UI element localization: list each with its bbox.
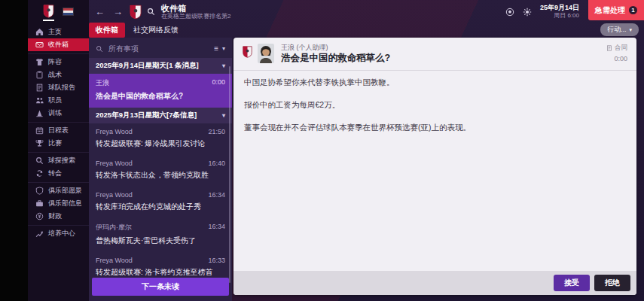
gear-icon[interactable]: [523, 8, 532, 17]
tab-inbox[interactable]: 收件箱: [89, 23, 125, 38]
sidebar-team-switcher: [28, 0, 89, 24]
date-text: 25年9月14日: [540, 4, 579, 12]
message-list-item[interactable]: Freya Wood16:40转发洛卡状态出众，带领约克取胜: [89, 155, 232, 187]
sidebar-item-squad[interactable]: 阵容: [28, 53, 89, 68]
football-icon[interactable]: [505, 8, 514, 17]
actions-dropdown[interactable]: 行动... ▾: [600, 23, 639, 36]
message-time: 16:40: [208, 160, 225, 167]
message-subject: 浩会是中国的救命稻草么?: [281, 53, 606, 65]
shield-icon: [35, 187, 44, 195]
topbar-right: 25年9月14日 周日 6:00: [505, 4, 579, 20]
sidebar-item-label: 日程表: [48, 126, 69, 135]
sidebar-item-training[interactable]: 训练: [28, 107, 89, 120]
next-unread-button[interactable]: 下一条未读: [92, 278, 229, 296]
message-header: 王浪 (个人助理) 浩会是中国的救命稻草么? 合同 0:00: [233, 38, 636, 71]
message-tag-row: 合同: [606, 44, 627, 53]
sidebar-item-club-vision[interactable]: 俱乐部愿景: [28, 182, 89, 197]
sidebar-item-label: 俱乐部信息: [48, 199, 82, 208]
inbox-list-panel: ≡ ▾ 2025年9月14日星期天[1 条消息]▾王浪0:00浩会是中国的救命稻…: [89, 38, 232, 301]
message-group-header[interactable]: 2025年9月14日星期天[1 条消息]▾: [89, 58, 232, 74]
sidebar-item-scouting[interactable]: 球探搜索: [28, 152, 89, 167]
sidebar-item-inbox[interactable]: 收件箱: [28, 38, 89, 51]
inbox-search-row: ≡ ▾: [89, 38, 232, 58]
message-list-item[interactable]: Freya Wood21:50转发超级联赛: 爆冷战果引发讨论: [89, 123, 232, 155]
list-scrollbar[interactable]: [229, 66, 230, 283]
cone-icon: [35, 109, 44, 117]
search-icon[interactable]: [147, 8, 155, 16]
chevron-down-icon[interactable]: ▾: [222, 45, 225, 52]
contract-icon: [606, 45, 612, 51]
filter-list-icon[interactable]: ≡: [214, 44, 218, 53]
page-title: 收件箱: [161, 4, 230, 14]
sidebar-item-label: 球队报告: [48, 84, 75, 92]
sidebar-item-label: 培养中心: [48, 230, 75, 238]
reject-button[interactable]: 拒绝: [594, 275, 630, 291]
message-tag: 合同: [615, 44, 627, 53]
message-sender: 王浪: [96, 78, 109, 88]
club-crest-icon[interactable]: [43, 5, 54, 21]
nation-flag-icon[interactable]: [63, 8, 74, 16]
message-list-item[interactable]: 王浪0:00浩会是中国的救命稻草么?: [89, 74, 232, 108]
club-crest-icon[interactable]: [130, 5, 142, 20]
sidebar-item-label: 比赛: [48, 139, 62, 147]
club-crest-icon: [243, 44, 252, 58]
sender-avatar[interactable]: [258, 44, 274, 63]
message-row-meta: 伊玛内·摩尔16:34: [96, 223, 225, 233]
message-sender: 王浪 (个人助理): [281, 44, 606, 52]
message-time: 16:34: [208, 223, 225, 233]
message-sender: Freya Wood: [96, 257, 133, 264]
message-row-meta: Freya Wood16:34: [96, 191, 225, 199]
message-paragraph: 董事会现在并不会评估球队本赛季在世界杯预选赛(亚)上的表现。: [244, 122, 626, 133]
sidebar-item-dev-centre[interactable]: 培养中心: [28, 225, 89, 240]
message-group-header[interactable]: 2025年9月13日星期六[7条信息]▾: [89, 108, 232, 123]
message-subject: 浩会是中国的救命稻草么?: [96, 91, 225, 102]
forward-button[interactable]: →: [111, 7, 124, 17]
tabs: 收件箱社交网络反馈: [89, 23, 185, 38]
message-list-item[interactable]: 伊玛内·摩尔16:34普热梅斯瓦夫·雷巴科夫受伤了: [89, 218, 232, 252]
day-time-text: 周日 6:00: [540, 12, 579, 20]
sidebar-item-label: 训练: [48, 109, 62, 117]
message-subject: 普热梅斯瓦夫·雷巴科夫受伤了: [96, 236, 225, 246]
message-sender: Freya Wood: [96, 191, 133, 199]
group-header-label: 2025年9月14日星期天[1 条消息]: [96, 61, 199, 71]
message-list-item[interactable]: Freya Wood16:34转发库珀完成在约克城的处子秀: [89, 187, 232, 218]
message-sender: Freya Wood: [96, 128, 133, 135]
main-area: ← → 收件箱 在英格兰超级联赛排名第2 25年9月14日 周日 6:00 急需…: [89, 0, 644, 301]
trophy-icon: [35, 139, 44, 147]
actions-label: 行动...: [607, 25, 627, 35]
sidebar-item-finances[interactable]: 财政: [28, 210, 89, 223]
sidebar-item-staff[interactable]: 职员: [28, 94, 89, 107]
clipboard-icon: [35, 71, 44, 79]
message-list-item[interactable]: Freya Wood16:33转发超级联赛: 洛卡将约克推至榜首: [89, 252, 232, 275]
message-time: 21:50: [208, 128, 225, 135]
sidebar-item-team-report[interactable]: 球队报告: [28, 81, 89, 94]
message-body: 中国足协希望你来代替李铁执掌中国教鞭。报价中的工资为每周€2万。董事会现在并不会…: [233, 71, 636, 271]
group-header-label: 2025年9月13日星期六[7条信息]: [96, 111, 197, 120]
message-groups: 2025年9月14日星期天[1 条消息]▾王浪0:00浩会是中国的救命稻草么?2…: [89, 58, 232, 275]
game-date: 25年9月14日 周日 6:00: [540, 4, 579, 20]
urgent-label: 急需处理: [595, 5, 625, 16]
message-time: 16:34: [208, 191, 225, 199]
sidebar-item-label: 球探搜索: [48, 157, 75, 165]
message-time: 16:33: [208, 257, 225, 264]
message-row-meta: Freya Wood21:50: [96, 128, 225, 135]
sidebar-item-tactics[interactable]: 战术: [28, 68, 89, 81]
urgent-count-badge: 1: [629, 6, 637, 14]
tab-social-feedback[interactable]: 社交网络反馈: [127, 23, 185, 38]
sidebar-item-home[interactable]: 主页: [28, 26, 89, 38]
message-footer: 接受 拒绝: [233, 271, 636, 295]
continue-urgent-button[interactable]: 急需处理 1: [588, 0, 644, 20]
message-paragraph: 中国足协希望你来代替李铁执掌中国教鞭。: [244, 77, 626, 88]
tab-bar: 收件箱社交网络反馈 行动... ▾: [89, 23, 644, 36]
sidebar-item-transfers[interactable]: 转会: [28, 167, 89, 180]
case-icon: [35, 199, 44, 208]
search-input[interactable]: [107, 44, 210, 53]
back-button[interactable]: ←: [93, 7, 106, 17]
accept-button[interactable]: 接受: [554, 275, 590, 291]
sidebar-item-schedule[interactable]: 日程表: [28, 122, 89, 137]
home-icon: [35, 28, 44, 36]
message-reader-panel: 王浪 (个人助理) 浩会是中国的救命稻草么? 合同 0:00 中国足协希望你来代…: [233, 38, 636, 295]
sidebar-item-matches[interactable]: 比赛: [28, 137, 89, 150]
sidebar-item-club-info[interactable]: 俱乐部信息: [28, 197, 89, 210]
sidebar-item-label: 战术: [48, 71, 62, 79]
